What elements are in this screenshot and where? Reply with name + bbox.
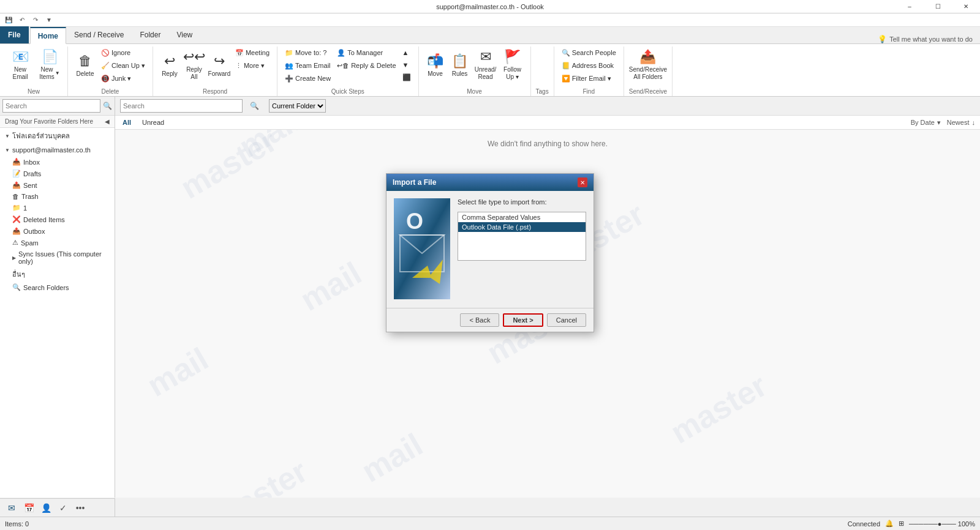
dialog-select-label: Select file type to import from: <box>458 198 586 206</box>
dialog-body: O Select file type to import from: Comma… <box>386 191 594 308</box>
dialog-title-bar: Import a File ✕ <box>386 174 594 191</box>
dialog-right-panel: Select file type to import from: Comma S… <box>458 198 586 300</box>
dialog-overlay: Import a File ✕ <box>0 0 980 530</box>
cancel-button[interactable]: Cancel <box>547 313 586 327</box>
back-button[interactable]: < Back <box>460 313 499 327</box>
file-type-listbox[interactable]: Comma Separated Values Outlook Data File… <box>458 212 586 261</box>
dialog-title: Import a File <box>393 178 436 187</box>
import-file-dialog: Import a File ✕ <box>386 173 594 332</box>
listbox-item-csv[interactable]: Comma Separated Values <box>458 212 586 222</box>
next-button[interactable]: Next > <box>503 313 543 327</box>
dialog-illustration: O <box>394 198 450 299</box>
listbox-item-pst[interactable]: Outlook Data File (.pst) <box>458 222 586 232</box>
dialog-close-button[interactable]: ✕ <box>578 177 587 187</box>
dialog-footer: < Back Next > Cancel <box>386 308 594 332</box>
outlook-illustration-svg: O <box>394 198 450 299</box>
svg-text:O: O <box>406 209 423 234</box>
